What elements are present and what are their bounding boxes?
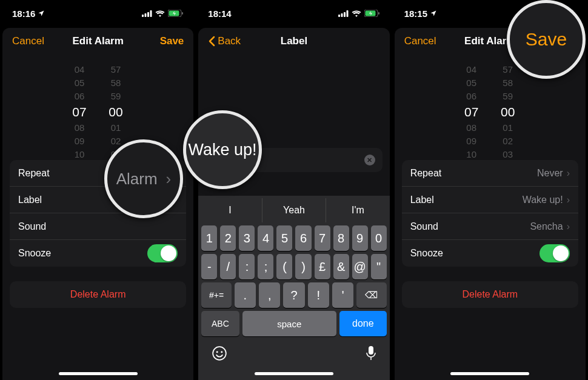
key[interactable]: ) <box>295 254 311 279</box>
back-button[interactable]: Back <box>208 35 241 47</box>
abc-key[interactable]: ABC <box>201 311 239 336</box>
chevron-left-icon <box>208 36 215 47</box>
cell-label: Label <box>410 195 434 205</box>
save-button[interactable]: Save <box>160 35 184 47</box>
svg-rect-2 <box>147 12 149 17</box>
key[interactable]: £ <box>315 254 330 279</box>
home-indicator[interactable] <box>255 372 333 375</box>
cell-label: Snooze <box>410 248 443 259</box>
key[interactable]: 6 <box>295 225 311 251</box>
key[interactable]: ! <box>308 282 329 308</box>
cell-label: Snooze <box>18 248 51 259</box>
battery-charging-icon <box>168 10 184 17</box>
clear-text-button[interactable]: ✕ <box>364 155 375 165</box>
cell-label: Repeat <box>18 168 50 179</box>
key[interactable]: ( <box>276 254 292 279</box>
home-indicator[interactable] <box>450 372 529 375</box>
magnifier-textfield: Wake up! <box>183 110 262 189</box>
key[interactable]: - <box>201 254 217 279</box>
svg-point-14 <box>213 347 226 360</box>
repeat-cell[interactable]: Repeat Never› <box>402 160 578 187</box>
cell-label: Repeat <box>410 168 442 179</box>
nav-bar: Back Label <box>198 28 389 55</box>
chevron-right-icon: › <box>567 168 570 179</box>
delete-alarm-button[interactable]: Delete Alarm <box>402 281 578 308</box>
wifi-icon <box>155 10 165 17</box>
key[interactable]: . <box>235 282 256 308</box>
svg-rect-7 <box>338 15 340 17</box>
sound-cell[interactable]: Sound <box>10 213 186 240</box>
delete-alarm-button[interactable]: Delete Alarm <box>10 281 186 308</box>
cancel-button[interactable]: Cancel <box>12 35 44 47</box>
mic-icon <box>366 345 376 361</box>
cell-label: Label <box>18 195 42 205</box>
key[interactable]: 3 <box>239 225 255 251</box>
home-indicator[interactable] <box>59 372 138 375</box>
cell-label: Sound <box>410 221 438 232</box>
svg-rect-10 <box>346 10 348 17</box>
done-key[interactable]: done <box>339 311 387 336</box>
suggestion[interactable]: I <box>198 198 262 222</box>
space-key[interactable]: space <box>242 311 336 336</box>
magnifier-label-row: Alarm › <box>104 139 183 218</box>
emoji-button[interactable] <box>212 345 227 365</box>
magnifier-save-button: Save <box>507 0 586 79</box>
snooze-cell: Snooze <box>10 240 186 267</box>
sound-cell[interactable]: Sound Sencha› <box>402 213 578 240</box>
alarm-options-list: Repeat Never› Label Wake up!› Sound Senc… <box>402 160 578 267</box>
key[interactable]: ? <box>283 282 304 308</box>
svg-point-16 <box>221 351 223 353</box>
suggestion[interactable]: Yeah <box>262 198 326 222</box>
dictation-button[interactable] <box>366 345 376 365</box>
key[interactable]: ; <box>258 254 273 279</box>
snooze-toggle[interactable] <box>540 244 570 262</box>
time-picker[interactable]: 04 05 06 07 08 09 10 57 58 59 00 01 02 0… <box>10 63 186 144</box>
key[interactable]: : <box>239 254 255 279</box>
key[interactable]: / <box>220 254 236 279</box>
key[interactable]: , <box>259 282 280 308</box>
magnifier-text: Alarm <box>116 170 158 188</box>
svg-rect-8 <box>341 13 342 17</box>
status-bar: 18:14 <box>196 0 392 27</box>
emoji-icon <box>212 345 227 361</box>
chevron-right-icon: › <box>567 195 570 205</box>
snooze-cell: Snooze <box>402 240 578 267</box>
key[interactable]: & <box>333 254 349 279</box>
cancel-button[interactable]: Cancel <box>404 35 436 47</box>
key[interactable]: 1 <box>201 225 217 251</box>
status-time: 18:15 <box>404 8 427 19</box>
key[interactable]: 0 <box>371 225 387 251</box>
suggestion[interactable]: I'm <box>326 198 389 222</box>
nav-bar: Cancel Edit Alarm Save <box>2 28 193 55</box>
status-time: 18:14 <box>208 8 231 19</box>
key[interactable]: 2 <box>220 225 236 251</box>
status-bar: 18:16 <box>0 0 196 27</box>
cell-label: Sound <box>18 221 46 232</box>
location-icon <box>38 10 45 17</box>
svg-rect-17 <box>369 346 373 355</box>
location-icon <box>430 10 437 17</box>
nav-title: Edit Alarm <box>72 35 123 47</box>
phone-screen-2: 18:14 Back Label Wake up! ✕ <box>196 0 392 380</box>
suggestions-bar: I Yeah I'm <box>198 198 389 222</box>
key[interactable]: @ <box>352 254 368 279</box>
key[interactable]: 5 <box>276 225 292 251</box>
snooze-toggle[interactable] <box>147 244 178 262</box>
key[interactable]: 7 <box>315 225 330 251</box>
signal-icon <box>142 10 152 17</box>
wifi-icon <box>352 10 361 17</box>
nav-title: Label <box>281 35 307 47</box>
delete-key[interactable]: ⌫ <box>356 282 386 308</box>
key[interactable]: " <box>371 254 387 279</box>
key[interactable]: 4 <box>258 225 273 251</box>
status-time: 18:16 <box>12 8 35 19</box>
label-cell[interactable]: Label Wake up!› <box>402 187 578 213</box>
svg-rect-9 <box>344 12 346 17</box>
symbols-key[interactable]: #+= <box>201 282 231 308</box>
key[interactable]: ' <box>332 282 353 308</box>
svg-rect-6 <box>182 12 183 15</box>
magnifier-text: Wake up! <box>188 141 256 159</box>
key[interactable]: 8 <box>333 225 349 251</box>
keyboard: I Yeah I'm 1 2 3 4 5 6 7 8 9 0 - <box>198 196 389 380</box>
key[interactable]: 9 <box>352 225 368 251</box>
